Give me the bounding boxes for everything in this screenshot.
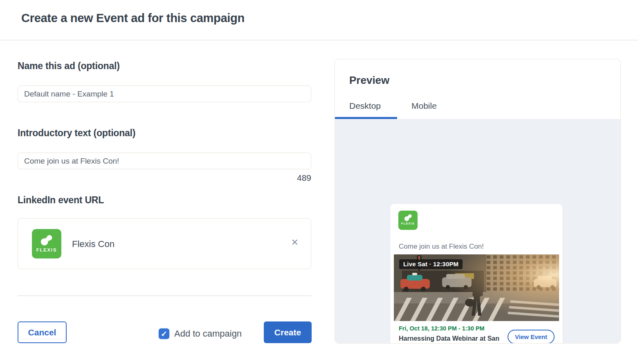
remove-event-icon[interactable]: ✕ xyxy=(291,238,299,247)
intro-char-count: 489 xyxy=(18,173,311,183)
flexis-logo: FLEXIS xyxy=(398,211,418,230)
checkmark-icon: ✓ xyxy=(161,329,167,339)
selected-event-chip: FLEXIS Flexis Con ✕ xyxy=(18,218,311,269)
create-button[interactable]: Create xyxy=(264,321,312,343)
cancel-button[interactable]: Cancel xyxy=(18,321,67,343)
flexis-logo-icon xyxy=(403,213,413,222)
flexis-logo-text: FLEXIS xyxy=(401,222,415,225)
name-field-label: Name this ad (optional) xyxy=(18,61,120,72)
ad-name-input[interactable] xyxy=(18,85,311,102)
add-to-campaign-label: Add to campaign xyxy=(174,328,242,339)
flexis-logo: FLEXIS xyxy=(32,229,61,258)
tab-desktop[interactable]: Desktop xyxy=(349,101,381,111)
preview-body: FLEXIS Come join us at Flexis Con! xyxy=(335,119,620,344)
event-title: Harnessing Data Webinar at San Francisco… xyxy=(399,334,501,344)
preview-intro-text: Come join us at Flexis Con! xyxy=(399,243,484,251)
add-to-campaign-checkbox[interactable]: ✓ xyxy=(159,328,169,339)
event-image: Live Sat · 12:30PM xyxy=(394,254,559,321)
live-time-badge: Live Sat · 12:30PM xyxy=(399,259,463,269)
event-details: Fri, Oct 18, 12:30 PM - 1:30 PM Harnessi… xyxy=(399,325,501,344)
view-event-button[interactable]: View Event xyxy=(508,330,555,344)
flexis-logo-icon xyxy=(39,233,54,247)
event-time: Fri, Oct 18, 12:30 PM - 1:30 PM xyxy=(399,325,501,332)
flexis-logo-text: FLEXIS xyxy=(36,247,57,252)
page-title: Create a new Event ad for this campaign xyxy=(21,11,245,25)
event-url-label: LinkedIn event URL xyxy=(18,195,104,206)
ad-preview-card: FLEXIS Come join us at Flexis Con! xyxy=(390,204,563,344)
create-event-ad-dialog: Create a new Event ad for this campaign … xyxy=(0,0,638,364)
intro-field-label: Introductory text (optional) xyxy=(18,128,135,139)
event-name: Flexis Con xyxy=(72,239,115,249)
tab-mobile[interactable]: Mobile xyxy=(411,101,437,111)
footer-divider xyxy=(18,295,312,296)
header-divider xyxy=(0,40,638,40)
preview-panel: Preview Desktop Mobile FLEXIS Come join … xyxy=(335,59,621,344)
preview-title: Preview xyxy=(349,74,389,87)
intro-text-input[interactable] xyxy=(18,153,311,169)
